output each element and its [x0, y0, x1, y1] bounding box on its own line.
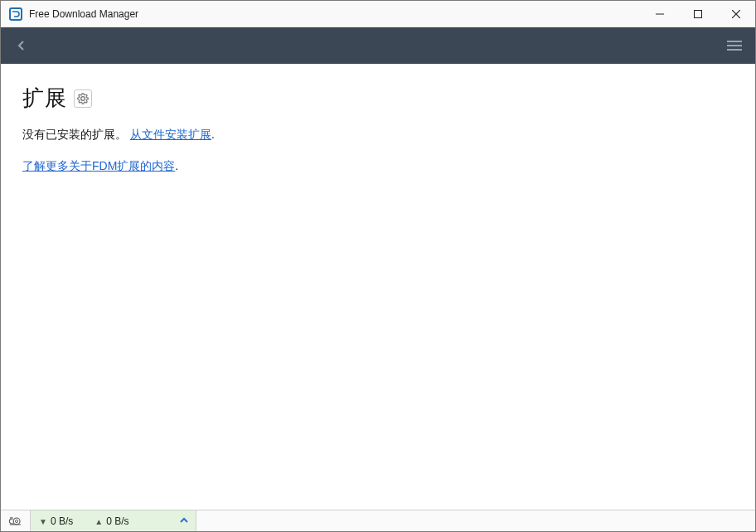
triangle-up-icon: ▲: [94, 517, 103, 526]
gear-icon: [77, 93, 89, 104]
period1: .: [211, 128, 215, 141]
snail-icon: [7, 515, 23, 527]
download-speed: ▼0 B/s: [39, 515, 73, 527]
app-icon: [9, 7, 22, 21]
menu-button[interactable]: [722, 33, 747, 58]
settings-button[interactable]: [74, 89, 92, 108]
svg-rect-0: [10, 8, 22, 20]
maximize-button[interactable]: [679, 1, 717, 27]
no-extensions-text: 没有已安装的扩展。: [22, 128, 130, 141]
svg-point-9: [16, 520, 18, 522]
minimize-button[interactable]: [641, 1, 679, 27]
svg-rect-2: [695, 10, 702, 17]
learn-more-line: 了解更多关于FDM扩展的内容.: [22, 159, 734, 174]
period2: .: [175, 159, 178, 172]
svg-point-8: [13, 518, 20, 525]
speed-panel[interactable]: ▼0 B/s ▲0 B/s: [31, 510, 196, 531]
toolbar: [1, 27, 755, 64]
content-area: 扩展 没有已安装的扩展。 从文件安装扩展. 了解更多关于FDM扩展的内容.: [1, 64, 755, 510]
triangle-down-icon: ▼: [39, 517, 47, 526]
page-title: 扩展: [22, 84, 67, 113]
chevron-up-icon: [179, 515, 189, 527]
snail-mode-button[interactable]: [1, 510, 31, 531]
upload-speed: ▲0 B/s: [94, 515, 128, 527]
no-extensions-line: 没有已安装的扩展。 从文件安装扩展.: [22, 128, 734, 143]
heading-row: 扩展: [22, 84, 734, 113]
learn-more-link[interactable]: 了解更多关于FDM扩展的内容: [22, 159, 175, 172]
titlebar: Free Download Manager: [1, 1, 755, 27]
statusbar: ▼0 B/s ▲0 B/s: [1, 510, 755, 531]
close-button[interactable]: [717, 1, 755, 27]
app-window: Free Download Manager 扩展: [0, 0, 756, 532]
back-button[interactable]: [9, 33, 34, 58]
window-title: Free Download Manager: [29, 8, 138, 20]
install-from-file-link[interactable]: 从文件安装扩展: [130, 128, 211, 141]
